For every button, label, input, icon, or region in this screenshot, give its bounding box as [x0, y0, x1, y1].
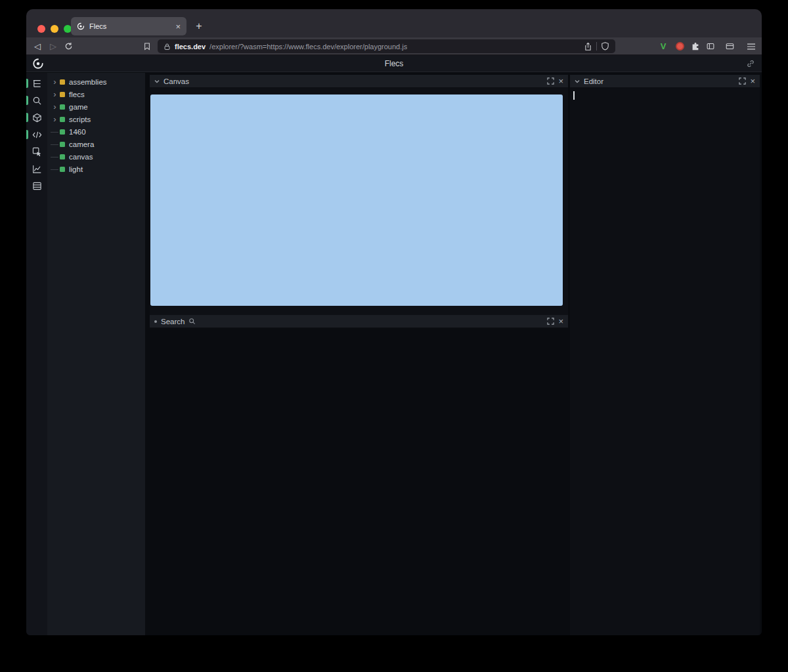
forward-button[interactable]: ▷ [47, 37, 60, 55]
tree-item-canvas[interactable]: canvas [47, 150, 145, 163]
ring-extension-icon[interactable] [673, 37, 686, 55]
entity-color-swatch [60, 79, 65, 85]
search-icon[interactable] [26, 92, 47, 109]
v-extension-icon[interactable]: V [657, 37, 670, 55]
tree-item-label: scripts [69, 116, 91, 123]
sidebar-toggle-icon[interactable] [704, 37, 717, 55]
editor-input-area[interactable] [570, 88, 760, 635]
tree-item-game[interactable]: ›game [47, 100, 145, 113]
entity-color-swatch [60, 167, 65, 172]
lock-icon[interactable] [164, 43, 171, 51]
tree-item-label: camera [69, 140, 94, 148]
expand-chevron-icon[interactable]: › [50, 77, 60, 86]
browser-toolbar: ◁ ▷ flecs.dev/explorer/?wasm=https://www… [26, 37, 762, 55]
collapsed-indicator-dot[interactable] [154, 320, 157, 323]
browser-tab-flecs[interactable]: Flecs × [71, 17, 186, 35]
tree-item-label: assemblies [69, 78, 107, 86]
render-canvas[interactable] [150, 94, 563, 306]
shield-icon[interactable] [601, 42, 609, 51]
collapse-chevron-icon[interactable] [154, 79, 160, 83]
reload-button[interactable] [62, 37, 75, 55]
tree-item-label: game [69, 103, 88, 111]
inspect-icon[interactable] [26, 143, 47, 160]
card-icon[interactable] [723, 37, 736, 55]
url-path: /explorer/?wasm=https://www.flecs.dev/ex… [209, 43, 407, 51]
entity-color-swatch [60, 129, 65, 135]
search-panel-title: Search [161, 318, 185, 326]
entity-tree-icon[interactable] [26, 75, 47, 92]
url-domain: flecs.dev [175, 43, 206, 51]
expand-panel-icon[interactable] [739, 77, 746, 85]
copy-link-icon[interactable] [746, 59, 755, 68]
entity-color-swatch [60, 154, 65, 159]
browser-window: Flecs × + ◁ ▷ flecs.dev/explorer/?wasm=h… [26, 9, 762, 635]
tree-item-scripts[interactable]: ›scripts [47, 113, 145, 125]
tab-title: Flecs [89, 22, 106, 30]
share-icon[interactable] [584, 42, 592, 51]
new-tab-button[interactable]: + [192, 18, 206, 34]
tree-item-label: 1460 [69, 128, 86, 136]
tree-item-label: light [69, 165, 83, 173]
back-button[interactable]: ◁ [31, 37, 44, 55]
table-rows-icon[interactable] [26, 177, 47, 194]
entity-tree: ›assemblies›flecs›game›scripts1460camera… [47, 73, 145, 635]
tab-favicon-flecs-icon [77, 22, 85, 30]
menu-icon[interactable] [745, 37, 758, 55]
bookmark-icon[interactable] [141, 37, 154, 55]
close-window-button[interactable] [37, 25, 45, 33]
editor-panel-title: Editor [584, 77, 603, 85]
tree-item-label: canvas [69, 153, 93, 161]
close-panel-icon[interactable]: × [750, 77, 755, 85]
icon-rail [26, 73, 47, 635]
app-body: ›assemblies›flecs›game›scripts1460camera… [26, 73, 762, 635]
entity-color-swatch [60, 142, 65, 147]
tree-item-1460[interactable]: 1460 [47, 125, 145, 138]
tab-close-icon[interactable]: × [175, 22, 181, 31]
tree-item-label: flecs [69, 91, 85, 98]
tree-item-flecs[interactable]: ›flecs [47, 88, 145, 100]
url-divider [596, 42, 597, 51]
search-panel-header: Search × [150, 315, 568, 328]
text-caret [573, 91, 575, 100]
url-bar[interactable]: flecs.dev/explorer/?wasm=https://www.fle… [158, 39, 615, 53]
entity-color-swatch [60, 117, 65, 122]
search-mini-icon [188, 318, 196, 325]
stats-chart-icon[interactable] [26, 160, 47, 177]
entity-color-swatch [60, 104, 65, 110]
canvas-panel-title: Canvas [164, 77, 189, 85]
puzzle-icon[interactable] [689, 37, 702, 55]
screen: Flecs × + ◁ ▷ flecs.dev/explorer/?wasm=h… [0, 0, 788, 672]
tree-item-light[interactable]: light [47, 163, 145, 175]
expand-chevron-icon[interactable]: › [50, 90, 60, 98]
expand-panel-icon[interactable] [547, 77, 554, 85]
close-panel-icon[interactable]: × [558, 317, 563, 326]
code-icon[interactable] [26, 126, 47, 143]
page-title: Flecs [26, 55, 762, 72]
tree-item-assemblies[interactable]: ›assemblies [47, 75, 145, 88]
minimize-window-button[interactable] [51, 25, 58, 33]
entities-box-icon[interactable] [26, 109, 47, 126]
tree-item-camera[interactable]: camera [47, 138, 145, 150]
close-panel-icon[interactable]: × [558, 77, 563, 85]
collapse-chevron-icon[interactable] [575, 79, 580, 83]
canvas-panel-header: Canvas × [150, 75, 568, 88]
expand-chevron-icon[interactable]: › [50, 102, 60, 111]
entity-color-swatch [60, 92, 65, 97]
flecs-explorer-page: Flecs [26, 55, 762, 635]
app-header: Flecs [26, 55, 762, 72]
editor-panel-header: Editor × [570, 75, 760, 88]
expand-chevron-icon[interactable]: › [50, 115, 60, 123]
expand-panel-icon[interactable] [547, 318, 554, 325]
browser-tab-bar: Flecs × + [26, 9, 762, 37]
traffic-lights [37, 25, 72, 33]
